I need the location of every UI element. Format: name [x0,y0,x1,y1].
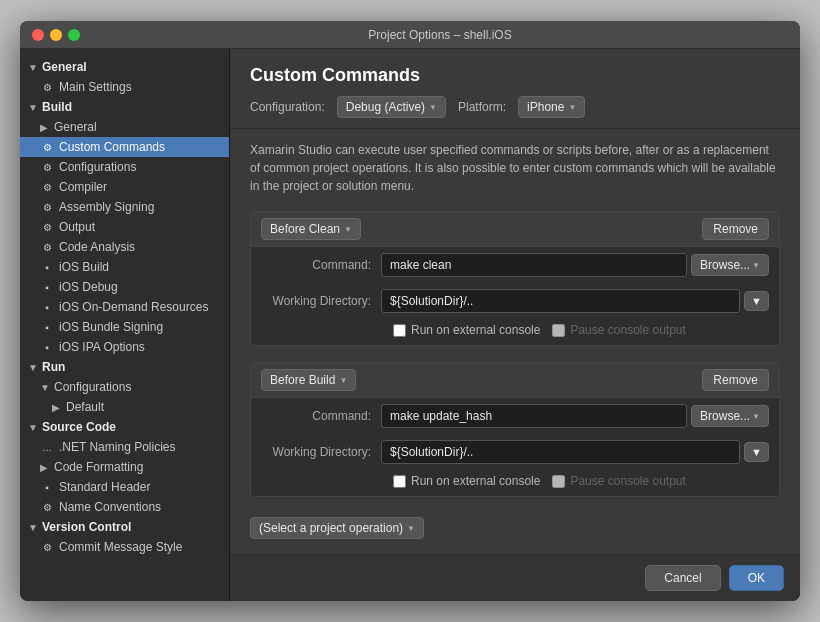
chevron-down-icon: ▼ [568,103,576,112]
sidebar-item-label: Name Conventions [59,500,161,514]
sidebar-item-code-formatting[interactable]: ▶ Code Formatting [20,457,229,477]
sidebar-item-label: Assembly Signing [59,200,154,214]
sidebar-item-label: Commit Message Style [59,540,182,554]
ok-button[interactable]: OK [729,565,784,591]
expand-arrow-icon: ▼ [28,102,38,112]
sidebar-item-compiler[interactable]: ⚙ Compiler [20,177,229,197]
sidebar-item-standard-header[interactable]: ▪ Standard Header [20,477,229,497]
ios-icon: ▪ [40,300,54,314]
workdir-input-wrap-2: ▼ [381,440,769,464]
command-type-dropdown-1[interactable]: Before Clean ▼ [261,218,361,240]
cancel-button[interactable]: Cancel [645,565,720,591]
pause-console-label-1: Pause console output [570,323,685,337]
browse-button-1[interactable]: Browse... ▼ [691,254,769,276]
sidebar-item-code-analysis[interactable]: ⚙ Code Analysis [20,237,229,257]
gear-icon: ⚙ [40,500,54,514]
maximize-button[interactable] [68,29,80,41]
run-external-checkbox-1[interactable]: Run on external console [393,323,540,337]
pause-console-checkbox-2[interactable]: Pause console output [552,474,685,488]
add-operation-dropdown[interactable]: (Select a project operation) ▼ [250,517,424,539]
platform-dropdown[interactable]: iPhone ▼ [518,96,585,118]
sidebar-item-label: Version Control [42,520,131,534]
sidebar-item-general-section[interactable]: ▼ General [20,57,229,77]
sidebar-item-run-default[interactable]: ▶ Default [20,397,229,417]
sidebar-item-commit-message[interactable]: ⚙ Commit Message Style [20,537,229,557]
workdir-label-1: Working Directory: [261,294,371,308]
sidebar-item-source-code-section[interactable]: ▼ Source Code [20,417,229,437]
chevron-down-icon: ▼ [752,412,760,421]
dot-icon: … [40,440,54,454]
sidebar-item-label: Output [59,220,95,234]
remove-button-2[interactable]: Remove [702,369,769,391]
command-label-2: Command: [261,409,371,423]
run-external-input-2[interactable] [393,475,406,488]
chevron-down-icon: ▼ [752,261,760,270]
header-icon: ▪ [40,480,54,494]
pause-console-input-1 [552,324,565,337]
command-type-dropdown-2[interactable]: Before Build ▼ [261,369,356,391]
window-title: Project Options – shell.iOS [92,28,788,42]
workdir-dropdown-2[interactable]: ▼ [744,442,769,462]
pause-console-checkbox-1[interactable]: Pause console output [552,323,685,337]
workdir-input-2[interactable] [381,440,740,464]
sidebar-item-label: Main Settings [59,80,132,94]
command-input-1[interactable] [381,253,687,277]
run-external-input-1[interactable] [393,324,406,337]
minimize-button[interactable] [50,29,62,41]
sidebar-item-build-section[interactable]: ▼ Build [20,97,229,117]
chevron-right-icon: ▶ [52,402,62,412]
sidebar-item-net-naming[interactable]: … .NET Naming Policies [20,437,229,457]
sidebar-item-name-conventions[interactable]: ⚙ Name Conventions [20,497,229,517]
sidebar-item-output[interactable]: ⚙ Output [20,217,229,237]
footer: Cancel OK [230,554,800,601]
pause-console-label-2: Pause console output [570,474,685,488]
sidebar-item-ios-on-demand[interactable]: ▪ iOS On-Demand Resources [20,297,229,317]
sidebar-item-label: Custom Commands [59,140,165,154]
sidebar-item-label: Build [42,100,72,114]
config-row: Configuration: Debug (Active) ▼ Platform… [250,96,780,118]
chevron-right-icon: ▶ [40,122,50,132]
sidebar-item-assembly-signing[interactable]: ⚙ Assembly Signing [20,197,229,217]
sidebar-item-version-control-section[interactable]: ▼ Version Control [20,517,229,537]
remove-button-1[interactable]: Remove [702,218,769,240]
command-type-selector-2: Before Build ▼ [261,369,356,391]
sidebar-item-label: Run [42,360,65,374]
browse-label: Browse... [700,258,750,272]
gear-icon: ⚙ [40,160,54,174]
run-external-label-2: Run on external console [411,474,540,488]
close-button[interactable] [32,29,44,41]
sidebar-item-label: Compiler [59,180,107,194]
run-external-checkbox-2[interactable]: Run on external console [393,474,540,488]
sidebar-item-run-configurations[interactable]: ▼ Configurations [20,377,229,397]
platform-label: Platform: [458,100,506,114]
command-block-2: Before Build ▼ Remove Command: Browse... [250,362,780,497]
workdir-label-2: Working Directory: [261,445,371,459]
browse-label-2: Browse... [700,409,750,423]
workdir-field-row-2: Working Directory: ▼ [251,434,779,470]
main-panel: Custom Commands Configuration: Debug (Ac… [230,49,800,601]
sidebar-item-ios-debug[interactable]: ▪ iOS Debug [20,277,229,297]
command-label-1: Command: [261,258,371,272]
sidebar-item-ios-build[interactable]: ▪ iOS Build [20,257,229,277]
command-input-2[interactable] [381,404,687,428]
sidebar-item-main-settings[interactable]: ⚙ Main Settings [20,77,229,97]
sidebar-item-run-section[interactable]: ▼ Run [20,357,229,377]
sidebar-item-configurations[interactable]: ⚙ Configurations [20,157,229,177]
traffic-lights [32,29,80,41]
workdir-dropdown-1[interactable]: ▼ [744,291,769,311]
sidebar-item-ios-bundle-signing[interactable]: ▪ iOS Bundle Signing [20,317,229,337]
ios-icon: ▪ [40,320,54,334]
gear-icon: ⚙ [40,180,54,194]
expand-arrow-icon: ▼ [40,382,50,392]
workdir-field-row-1: Working Directory: ▼ [251,283,779,319]
browse-button-2[interactable]: Browse... ▼ [691,405,769,427]
gear-icon: ⚙ [40,80,54,94]
add-operation-label: (Select a project operation) [259,521,403,535]
sidebar-item-ios-ipa[interactable]: ▪ iOS IPA Options [20,337,229,357]
config-value: Debug (Active) [346,100,425,114]
workdir-input-1[interactable] [381,289,740,313]
main-window: Project Options – shell.iOS ▼ General ⚙ … [20,21,800,601]
sidebar-item-build-general[interactable]: ▶ General [20,117,229,137]
sidebar-item-custom-commands[interactable]: ⚙ Custom Commands [20,137,229,157]
config-dropdown[interactable]: Debug (Active) ▼ [337,96,446,118]
